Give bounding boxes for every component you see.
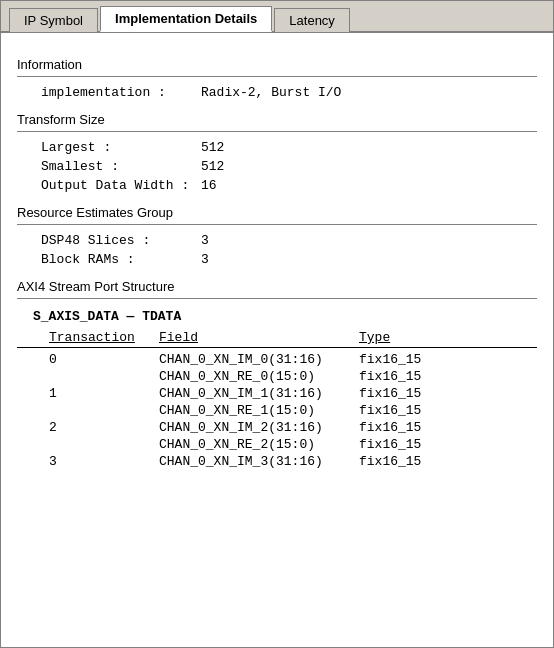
cell-type-6: fix16_15	[359, 454, 421, 469]
cell-transaction-0: 0	[49, 352, 159, 367]
cell-field-4: CHAN_0_XN_IM_2(31:16)	[159, 420, 359, 435]
dsp48-value: 3	[201, 233, 209, 248]
cell-field-6: CHAN_0_XN_IM_3(31:16)	[159, 454, 359, 469]
table-header: Transaction Field Type	[17, 330, 537, 348]
table-row: CHAN_0_XN_RE_0(15:0) fix16_15	[17, 369, 537, 384]
block-rams-value: 3	[201, 252, 209, 267]
col-header-field: Field	[159, 330, 359, 345]
cell-transaction-4: 2	[49, 420, 159, 435]
smallest-value: 512	[201, 159, 224, 174]
cell-field-0: CHAN_0_XN_IM_0(31:16)	[159, 352, 359, 367]
cell-transaction-6: 3	[49, 454, 159, 469]
cell-type-1: fix16_15	[359, 369, 421, 384]
cell-field-1: CHAN_0_XN_RE_0(15:0)	[159, 369, 359, 384]
table-row: CHAN_0_XN_RE_2(15:0) fix16_15	[17, 437, 537, 452]
table-row: 2 CHAN_0_XN_IM_2(31:16) fix16_15	[17, 420, 537, 435]
resource-estimates-header: Resource Estimates Group	[17, 205, 537, 220]
table-row: 0 CHAN_0_XN_IM_0(31:16) fix16_15	[17, 352, 537, 367]
cell-type-5: fix16_15	[359, 437, 421, 452]
content-area[interactable]: Information implementation : Radix-2, Bu…	[1, 33, 553, 647]
largest-value: 512	[201, 140, 224, 155]
transform-size-divider	[17, 131, 537, 132]
main-window: IP Symbol Implementation Details Latency…	[0, 0, 554, 648]
implementation-value: Radix-2, Burst I/O	[201, 85, 341, 100]
information-section: Information implementation : Radix-2, Bu…	[17, 57, 537, 100]
tab-ip-symbol[interactable]: IP Symbol	[9, 8, 98, 32]
dsp48-label: DSP48 Slices :	[41, 233, 201, 248]
cell-field-5: CHAN_0_XN_RE_2(15:0)	[159, 437, 359, 452]
implementation-label: implementation :	[41, 85, 201, 100]
axi4-stream-section: AXI4 Stream Port Structure S_AXIS_DATA —…	[17, 279, 537, 469]
output-data-width-row: Output Data Width : 16	[17, 178, 537, 193]
axi4-stream-divider	[17, 298, 537, 299]
cell-transaction-2: 1	[49, 386, 159, 401]
cell-transaction-5	[49, 437, 159, 452]
tab-bar: IP Symbol Implementation Details Latency	[1, 1, 553, 33]
resource-estimates-section: Resource Estimates Group DSP48 Slices : …	[17, 205, 537, 267]
transform-size-section: Transform Size Largest : 512 Smallest : …	[17, 112, 537, 193]
cell-transaction-1	[49, 369, 159, 384]
block-rams-label: Block RAMs :	[41, 252, 201, 267]
block-rams-row: Block RAMs : 3	[17, 252, 537, 267]
output-data-width-label: Output Data Width :	[41, 178, 201, 193]
saxis-data-title: S_AXIS_DATA — TDATA	[33, 309, 537, 324]
cell-type-4: fix16_15	[359, 420, 421, 435]
info-implementation: implementation : Radix-2, Burst I/O	[17, 85, 537, 100]
smallest-label: Smallest :	[41, 159, 201, 174]
col-header-type: Type	[359, 330, 390, 345]
table-row: CHAN_0_XN_RE_1(15:0) fix16_15	[17, 403, 537, 418]
tab-implementation-details[interactable]: Implementation Details	[100, 6, 272, 32]
information-header: Information	[17, 57, 537, 72]
dsp48-row: DSP48 Slices : 3	[17, 233, 537, 248]
output-data-width-value: 16	[201, 178, 217, 193]
col-header-transaction: Transaction	[49, 330, 159, 345]
largest-label: Largest :	[41, 140, 201, 155]
resource-estimates-divider	[17, 224, 537, 225]
cell-transaction-3	[49, 403, 159, 418]
information-divider	[17, 76, 537, 77]
cell-type-2: fix16_15	[359, 386, 421, 401]
tab-latency[interactable]: Latency	[274, 8, 350, 32]
largest-row: Largest : 512	[17, 140, 537, 155]
smallest-row: Smallest : 512	[17, 159, 537, 174]
table-row: 1 CHAN_0_XN_IM_1(31:16) fix16_15	[17, 386, 537, 401]
cell-type-3: fix16_15	[359, 403, 421, 418]
transform-size-header: Transform Size	[17, 112, 537, 127]
cell-type-0: fix16_15	[359, 352, 421, 367]
cell-field-2: CHAN_0_XN_IM_1(31:16)	[159, 386, 359, 401]
cell-field-3: CHAN_0_XN_RE_1(15:0)	[159, 403, 359, 418]
table-row: 3 CHAN_0_XN_IM_3(31:16) fix16_15	[17, 454, 537, 469]
axi4-stream-header: AXI4 Stream Port Structure	[17, 279, 537, 294]
